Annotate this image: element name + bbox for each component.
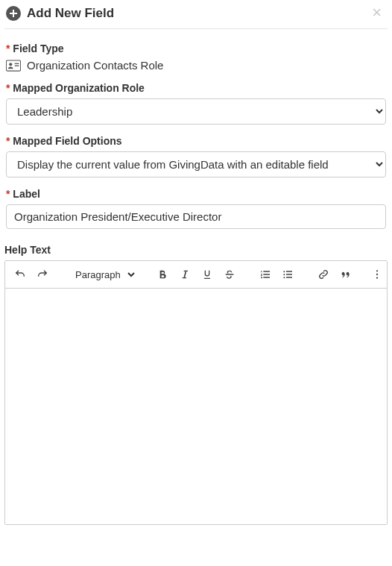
svg-point-1: [9, 63, 12, 66]
label-input[interactable]: [6, 204, 386, 229]
bulleted-list-button[interactable]: [277, 264, 298, 285]
field-type-label: Field Type: [6, 43, 386, 54]
field-type-group: Field Type Organization Contacts Role: [6, 43, 386, 72]
mapped-options-label: Mapped Field Options: [6, 135, 386, 147]
mapped-role-group: Mapped Organization Role Leadership: [6, 82, 386, 125]
rich-text-editor: Paragraph: [4, 260, 388, 525]
modal-header: Add New Field ×: [4, 4, 388, 29]
modal-title: Add New Field: [27, 6, 114, 21]
mapped-role-select[interactable]: Leadership: [6, 98, 386, 125]
redo-button[interactable]: [32, 264, 53, 285]
label-field-label: Label: [6, 188, 386, 200]
strikethrough-button[interactable]: [219, 264, 240, 285]
field-type-value: Organization Contacts Role: [27, 59, 163, 72]
italic-button[interactable]: [174, 264, 195, 285]
mapped-options-select[interactable]: Display the current value from GivingDat…: [6, 151, 386, 177]
more-options-button[interactable]: [367, 264, 388, 285]
svg-point-4: [376, 270, 378, 271]
link-button[interactable]: [313, 264, 334, 285]
blockquote-button[interactable]: [335, 264, 356, 285]
svg-rect-2: [15, 63, 19, 63]
contact-card-icon: [6, 60, 21, 72]
svg-point-5: [376, 274, 378, 275]
undo-button[interactable]: [10, 264, 31, 285]
label-group: Label: [6, 188, 386, 229]
svg-rect-3: [15, 65, 19, 66]
mapped-role-label: Mapped Organization Role: [6, 82, 386, 94]
form-area: Field Type Organization Contacts Role Ma…: [4, 29, 388, 525]
field-type-value-row: Organization Contacts Role: [6, 59, 386, 72]
add-field-modal: Add New Field × Field Type Organization …: [0, 0, 392, 529]
underline-button[interactable]: [197, 264, 218, 285]
help-text-body[interactable]: [5, 289, 387, 524]
mapped-options-group: Mapped Field Options Display the current…: [6, 135, 386, 177]
svg-point-6: [376, 277, 378, 279]
numbered-list-button[interactable]: [255, 264, 276, 285]
bold-button[interactable]: [152, 264, 173, 285]
help-text-label: Help Text: [4, 244, 388, 256]
plus-circle-icon: [6, 6, 21, 21]
editor-toolbar: Paragraph: [5, 261, 387, 289]
paragraph-style-select[interactable]: Paragraph: [68, 265, 137, 284]
close-button[interactable]: ×: [369, 3, 385, 22]
